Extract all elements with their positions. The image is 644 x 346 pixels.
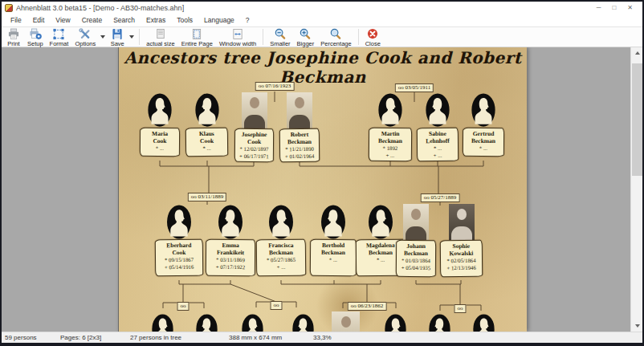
vertical-scrollbar[interactable]	[630, 47, 642, 332]
menu-help[interactable]: ?	[240, 16, 255, 24]
scroll-up-icon[interactable]	[631, 47, 642, 59]
zoom-percentage-icon	[328, 28, 343, 40]
print-button[interactable]: Print	[3, 27, 24, 47]
marriage-label-1911: oo 03/05/1911	[395, 83, 434, 92]
person-surname: Frankikeit	[207, 249, 254, 257]
menu-edit[interactable]: Edit	[27, 16, 51, 24]
options-dropdown-icon[interactable]	[100, 35, 105, 39]
menu-view[interactable]: View	[50, 16, 75, 24]
actual-size-button[interactable]: actual size	[143, 27, 177, 47]
silhouette-portrait-icon	[148, 92, 172, 128]
tree-page: Ancestors tree Josephine Cook and Robert…	[118, 47, 527, 332]
silhouette-portrait-icon	[152, 313, 173, 332]
options-icon	[78, 28, 92, 40]
status-persons: 59 persons	[5, 334, 37, 341]
zoom-percentage-button[interactable]: Percentage	[317, 27, 354, 47]
person-surname: Beckman	[397, 250, 434, 257]
preview-area: Ancestors tree Josephine Cook and Robert…	[2, 47, 642, 332]
silhouette-portrait-icon	[471, 92, 495, 128]
close-icon	[365, 28, 380, 40]
close-window-icon[interactable]: ✕	[627, 4, 633, 12]
maximize-icon[interactable]: □	[612, 4, 616, 12]
person-card-emma-frankikeit: Emma Frankikeit * 03/11/1869 + 07/17/192…	[206, 205, 255, 276]
person-given-name: Maria	[141, 130, 178, 137]
person-card-berthold-beckman: Berthold Beckman * ...	[310, 205, 357, 276]
print-setup-button[interactable]: Setup	[24, 27, 47, 47]
person-card-robert-beckman: Robert Beckman * 11/21/1890 + 01/02/1964	[279, 92, 320, 162]
app-icon	[5, 4, 13, 12]
menu-create[interactable]: Create	[76, 16, 108, 24]
status-page-size: 388 mm x 674 mm	[229, 334, 282, 341]
toolbar-separator	[263, 29, 263, 45]
format-button[interactable]: Format	[47, 27, 72, 47]
toolbar: Print Setup Format	[2, 26, 642, 47]
minimize-icon[interactable]: ─	[597, 4, 601, 12]
status-bar: 59 persons Pages: 6 [2x3] 27 persons in …	[2, 332, 642, 343]
window-width-icon	[230, 28, 245, 40]
person-birth: * 12/02/1897	[236, 145, 272, 153]
person-birth: * 01/03/1864	[397, 257, 434, 264]
silhouette-portrait-icon	[378, 92, 402, 128]
print-icon	[6, 28, 21, 40]
menu-extras[interactable]: Extras	[141, 16, 171, 24]
silhouette-portrait-icon	[242, 313, 263, 332]
person-given-name: Johann	[397, 242, 434, 250]
person-surname: Beckman	[464, 137, 503, 145]
person-birth: * 03/11/1869	[207, 256, 254, 264]
window-width-button[interactable]: Window width	[216, 27, 259, 47]
scrollbar-thumb[interactable]	[632, 63, 642, 176]
marriage-label-unknown: oo	[271, 301, 283, 310]
zoom-in-icon	[298, 28, 312, 40]
person-death: + ...	[258, 263, 304, 271]
person-death: + ...	[418, 152, 457, 160]
marriage-label-1862: oo 06/23/1862	[348, 302, 387, 311]
person-surname: Cook	[141, 137, 178, 145]
silhouette-portrait-icon	[385, 313, 406, 332]
person-given-name: Martin	[370, 130, 410, 137]
person-card-martin-beckman: Martin Beckman * 1892 + ...	[369, 92, 412, 161]
close-preview-button[interactable]: Close	[362, 27, 384, 47]
person-card-josephine-cook: Josephine Cook * 12/02/1897 + 06/17/1971	[234, 92, 274, 162]
toolbar-separator	[139, 29, 140, 45]
silhouette-portrait-icon	[218, 205, 243, 239]
person-surname: Beckman	[370, 137, 410, 145]
person-surname: Cook	[236, 138, 272, 145]
tree-connector-lines	[119, 47, 527, 332]
zoom-out-icon	[273, 28, 287, 40]
silhouette-portrait-icon	[429, 313, 450, 332]
marriage-label-unknown: oo	[177, 302, 190, 311]
person-birth: * ...	[464, 145, 503, 152]
scroll-down-icon[interactable]	[631, 320, 642, 332]
options-button[interactable]: Options	[71, 27, 99, 47]
save-dropdown-icon[interactable]	[129, 35, 134, 39]
zoom-bigger-button[interactable]: Bigger	[294, 27, 318, 47]
menu-tools[interactable]: Tools	[171, 16, 198, 24]
person-birth: * ...	[418, 145, 457, 153]
silhouette-portrait-icon	[292, 313, 314, 332]
entire-page-button[interactable]: Entire Page	[178, 27, 216, 47]
person-given-name: Josephine	[236, 131, 272, 138]
person-given-name: Sabine	[418, 130, 457, 138]
silhouette-portrait-icon	[195, 92, 219, 128]
marriage-label-1889a: oo 03/11/1889	[188, 193, 226, 201]
person-card-francisca-beckman: Francisca Beckman * 05/27/1865 + ...	[256, 205, 306, 276]
actual-size-icon	[153, 28, 168, 40]
person-card-eberhard-cook: Eberhard Cook * 09/15/1867 + 05/14/1916	[155, 205, 203, 276]
person-birth: * 11/21/1890	[281, 145, 318, 153]
menu-search[interactable]: Search	[108, 16, 141, 24]
photo-portrait	[332, 311, 360, 332]
person-given-name: Robert	[281, 131, 318, 138]
menu-language[interactable]: Language	[198, 16, 240, 24]
marriage-label-unknown: oo	[454, 304, 467, 313]
zoom-smaller-button[interactable]: Smaller	[267, 27, 293, 47]
window-title: Ahnenblatt 3.0 beta15 - [Demo - AB30-mat…	[16, 4, 184, 12]
person-card-gertrud-beckman: Gertrud Beckman * ...	[463, 92, 504, 157]
menu-file[interactable]: File	[5, 16, 27, 24]
person-card-sabine-lehnhoff: Sabine Lehnhoff * ... + ...	[417, 92, 459, 161]
person-death: + 06/17/1971	[236, 153, 272, 160]
person-card-sophie-kowalski: Sophie Kowalski * 02/05/1864 + 12/13/194…	[440, 204, 483, 277]
save-button[interactable]: Save	[107, 27, 128, 47]
person-birth: * 1892	[370, 145, 410, 152]
status-zoom-level: 33,3%	[313, 334, 332, 341]
photo-portrait	[287, 92, 312, 128]
